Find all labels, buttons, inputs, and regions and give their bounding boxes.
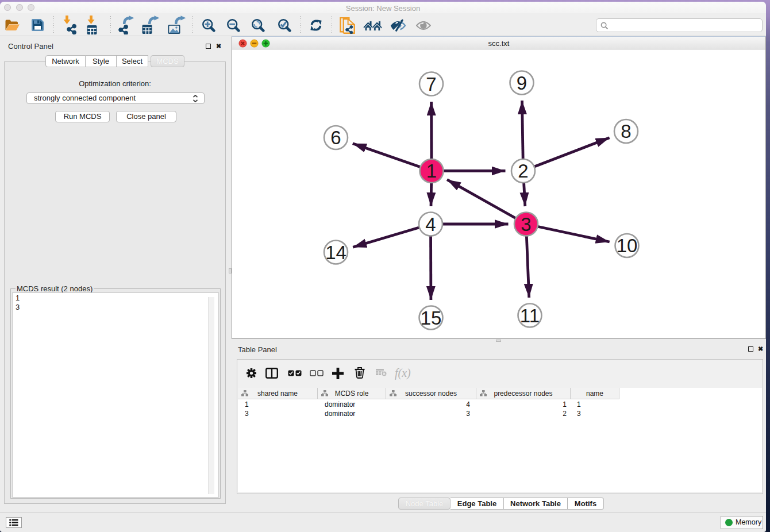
svg-text:11: 11 [520,305,540,326]
svg-text:2: 2 [518,160,528,182]
svg-text:3: 3 [521,214,531,235]
svg-text:1: 1 [426,160,437,182]
svg-text:14: 14 [325,242,346,263]
svg-text:10: 10 [617,235,638,256]
svg-text:15: 15 [421,307,442,329]
svg-text:9: 9 [517,72,527,94]
svg-text:4: 4 [425,214,436,235]
svg-text:6: 6 [330,127,341,148]
svg-text:7: 7 [426,74,436,95]
svg-text:8: 8 [621,121,631,142]
